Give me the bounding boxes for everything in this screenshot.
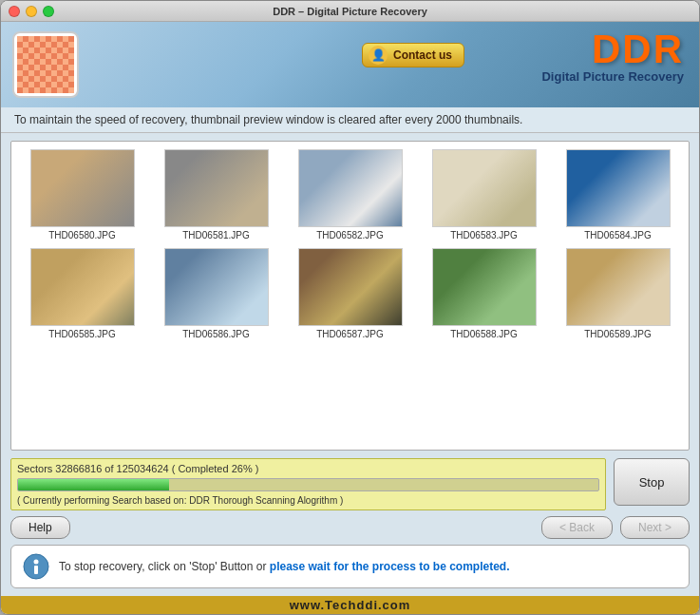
list-item[interactable]: THD06582.JPG xyxy=(287,149,413,240)
list-item[interactable]: THD06585.JPG xyxy=(19,248,145,339)
status-bar: To stop recovery, click on 'Stop' Button… xyxy=(10,545,690,588)
info-bar: To maintain the speed of recovery, thumb… xyxy=(1,107,699,133)
thumbnail-image xyxy=(432,248,537,326)
help-button[interactable]: Help xyxy=(10,516,70,539)
thumbnail-image xyxy=(298,149,403,227)
header: 👤 Contact us DDR Digital Picture Recover… xyxy=(1,22,699,107)
main-content: THD06580.JPGTHD06581.JPGTHD06582.JPGTHD0… xyxy=(1,133,699,596)
list-item[interactable]: THD06588.JPG xyxy=(421,248,547,339)
status-icon xyxy=(23,553,49,580)
thumbnail-label: THD06586.JPG xyxy=(182,329,250,339)
thumbnail-image xyxy=(566,149,671,227)
thumbnail-image xyxy=(30,248,135,326)
logo-box xyxy=(12,31,79,98)
window-title: DDR – Digital Picture Recovery xyxy=(273,6,427,17)
contact-icon: 👤 xyxy=(369,46,388,65)
stop-label: Stop xyxy=(639,475,665,490)
back-label: < Back xyxy=(559,521,595,534)
progress-scanning-text: ( Currently performing Search based on: … xyxy=(17,495,599,506)
thumbnail-grid[interactable]: THD06580.JPGTHD06581.JPGTHD06582.JPGTHD0… xyxy=(10,141,690,451)
back-button[interactable]: < Back xyxy=(541,516,613,539)
thumbnail-image xyxy=(566,248,671,326)
thumbnail-image xyxy=(164,149,269,227)
maximize-button[interactable] xyxy=(43,6,54,17)
title-bar: DDR – Digital Picture Recovery xyxy=(1,1,699,22)
window-controls xyxy=(9,6,54,17)
logo-icon xyxy=(17,36,74,93)
list-item[interactable]: THD06587.JPG xyxy=(287,248,413,339)
thumbnail-label: THD06588.JPG xyxy=(450,329,518,339)
thumbnail-label: THD06587.JPG xyxy=(316,329,384,339)
list-item[interactable]: THD06584.JPG xyxy=(555,149,681,240)
thumbnail-label: THD06580.JPG xyxy=(48,230,116,240)
thumbnail-image xyxy=(298,248,403,326)
progress-sectors-text: Sectors 32866816 of 125034624 ( Complete… xyxy=(17,463,599,474)
brand-area: DDR Digital Picture Recovery xyxy=(541,29,684,84)
list-item[interactable]: THD06581.JPG xyxy=(153,149,279,240)
thumbnail-image xyxy=(432,149,537,227)
brand-ddr-text: DDR xyxy=(541,29,684,69)
thumbnail-label: THD06583.JPG xyxy=(450,230,518,240)
thumbnail-label: THD06581.JPG xyxy=(182,230,250,240)
status-message-part1: To stop recovery, click on 'Stop' Button… xyxy=(59,560,270,573)
svg-rect-2 xyxy=(34,566,38,574)
list-item[interactable]: THD06589.JPG xyxy=(555,248,681,339)
progress-area: Sectors 32866816 of 125034624 ( Complete… xyxy=(10,458,690,510)
help-label: Help xyxy=(28,521,52,534)
thumbnail-image xyxy=(30,149,135,227)
thumbnail-image xyxy=(164,248,269,326)
progress-bar-fill xyxy=(18,479,169,490)
watermark: www.Techddi.com xyxy=(1,596,699,614)
next-button[interactable]: Next > xyxy=(620,516,690,539)
status-message-highlight: please wait for the process to be comple… xyxy=(270,560,510,573)
contact-label: Contact us xyxy=(393,48,452,62)
minimize-button[interactable] xyxy=(26,6,37,17)
thumbnail-label: THD06585.JPG xyxy=(48,329,116,339)
thumbnail-label: THD06582.JPG xyxy=(316,230,384,240)
status-text: To stop recovery, click on 'Stop' Button… xyxy=(59,560,510,573)
list-item[interactable]: THD06583.JPG xyxy=(421,149,547,240)
list-item[interactable]: THD06580.JPG xyxy=(19,149,145,240)
progress-box: Sectors 32866816 of 125034624 ( Complete… xyxy=(10,458,606,510)
thumbnail-label: THD06584.JPG xyxy=(584,230,652,240)
info-message: To maintain the speed of recovery, thumb… xyxy=(14,113,522,126)
brand-subtitle-text: Digital Picture Recovery xyxy=(541,69,684,84)
watermark-text: www.Techddi.com xyxy=(290,598,411,612)
contact-button[interactable]: 👤 Contact us xyxy=(362,43,464,67)
main-window: DDR – Digital Picture Recovery 👤 Contact… xyxy=(0,0,700,615)
thumbnail-label: THD06589.JPG xyxy=(584,329,652,339)
next-label: Next > xyxy=(638,521,672,534)
progress-bar-bg xyxy=(17,478,599,491)
close-button[interactable] xyxy=(9,6,20,17)
svg-point-1 xyxy=(34,560,39,565)
stop-button[interactable]: Stop xyxy=(614,458,690,506)
list-item[interactable]: THD06586.JPG xyxy=(153,248,279,339)
nav-group: < Back Next > xyxy=(541,516,690,539)
bottom-navigation: Help < Back Next > xyxy=(10,516,690,539)
